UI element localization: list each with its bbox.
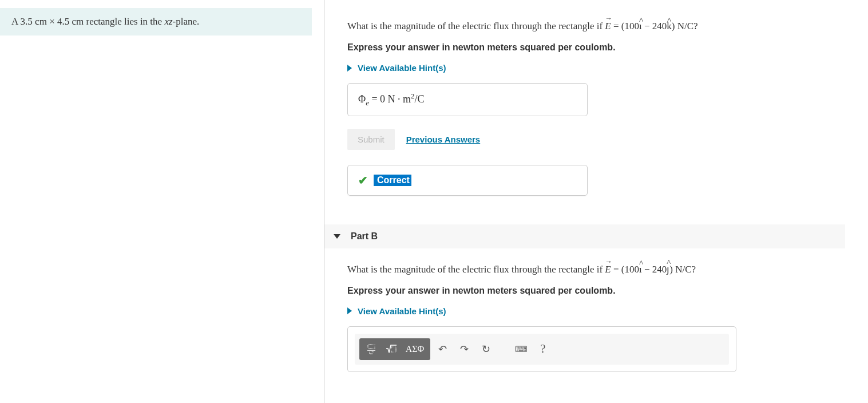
instruction-b: Express your answer in newton meters squ…	[347, 286, 868, 296]
previous-answers-link[interactable]: Previous Answers	[406, 135, 481, 144]
vector-E: E	[605, 21, 611, 31]
check-icon: ✔	[358, 173, 368, 187]
text: ×	[47, 16, 57, 27]
reset-button[interactable]: ↻	[476, 341, 496, 358]
root-button[interactable]	[382, 341, 401, 358]
equation-toolbar: ΑΣΦ ↶ ↷ ↻ ⌨ ?	[355, 334, 729, 365]
fraction-button[interactable]	[362, 341, 381, 358]
keyboard-button[interactable]: ⌨	[512, 341, 531, 358]
phi-symbol: Φ	[358, 93, 366, 105]
hints-label: View Available Hint(s)	[358, 306, 446, 316]
part-b: What is the magnitude of the electric fl…	[347, 248, 868, 372]
undo-button[interactable]: ↶	[433, 341, 452, 358]
equation-editor[interactable]: ΑΣΦ ↶ ↷ ↻ ⌨ ?	[347, 326, 736, 372]
unit: N · m	[385, 93, 411, 105]
text: What is the magnitude of the electric fl…	[347, 21, 605, 31]
text: rectangle lies in the	[84, 16, 164, 27]
text: =	[369, 93, 380, 105]
redo-button[interactable]: ↷	[454, 341, 474, 358]
text: What is the magnitude of the electric fl…	[347, 264, 605, 275]
template-group: ΑΣΦ	[359, 338, 430, 360]
chevron-right-icon	[347, 307, 352, 314]
vector-E: E	[605, 264, 611, 275]
question-a-text: What is the magnitude of the electric fl…	[347, 21, 868, 32]
svg-rect-0	[368, 345, 375, 349]
correct-label: Correct	[374, 175, 411, 186]
greek-button[interactable]: ΑΣΦ	[402, 341, 428, 358]
text: − 240	[642, 21, 667, 31]
chevron-right-icon	[347, 65, 352, 72]
part-b-title: Part B	[351, 231, 378, 242]
context-panel: A 3.5 cm × 4.5 cm rectangle lies in the …	[0, 0, 324, 403]
text: A	[11, 16, 21, 27]
svg-rect-3	[391, 347, 396, 352]
text: = (100	[611, 264, 639, 275]
feedback-box: ✔ Correct	[347, 165, 588, 196]
problem-context: A 3.5 cm × 4.5 cm rectangle lies in the …	[0, 8, 312, 35]
button-row-a: Submit Previous Answers	[347, 129, 868, 150]
answer-display-a: Φe = 0 N · m2/C	[347, 83, 588, 116]
hints-toggle-b[interactable]: View Available Hint(s)	[347, 306, 868, 316]
answer-value: 0	[380, 93, 385, 105]
unit-i-hat: ı	[639, 264, 642, 275]
question-panel: What is the magnitude of the electric fl…	[324, 0, 868, 403]
part-a: What is the magnitude of the electric fl…	[347, 0, 868, 196]
svg-rect-2	[370, 351, 373, 354]
unit: /C	[415, 93, 425, 105]
submit-button[interactable]: Submit	[347, 129, 395, 150]
question-b-text: What is the magnitude of the electric fl…	[347, 263, 868, 275]
plane-var: xz	[164, 16, 172, 27]
dimension-1: 3.5 cm	[21, 16, 47, 27]
text: = (100	[611, 21, 639, 31]
chevron-down-icon	[334, 234, 340, 239]
hints-toggle-a[interactable]: View Available Hint(s)	[347, 63, 868, 73]
unit-i-hat: ı	[639, 21, 642, 32]
text: -plane.	[173, 16, 200, 27]
text: ) N/C?	[669, 264, 696, 275]
instruction-a: Express your answer in newton meters squ…	[347, 42, 868, 53]
help-button[interactable]: ?	[533, 341, 553, 358]
unit-k-hat: k	[667, 21, 672, 32]
text: ) N/C?	[672, 21, 698, 31]
text: − 240	[642, 264, 667, 275]
dimension-2: 4.5 cm	[57, 16, 84, 27]
hints-label: View Available Hint(s)	[358, 63, 446, 73]
part-b-header[interactable]: Part B	[324, 224, 845, 248]
unit-j-hat: ȷ	[667, 263, 669, 275]
